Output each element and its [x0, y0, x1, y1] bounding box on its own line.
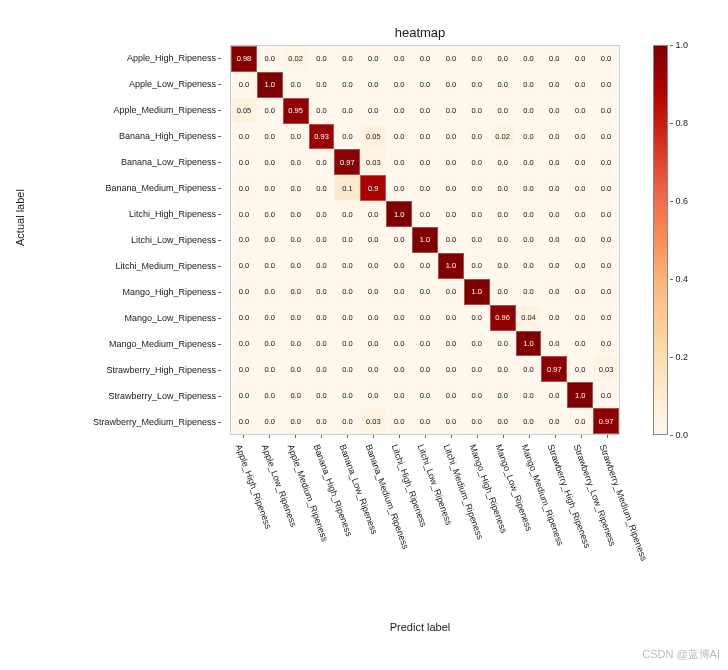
y-tick: Litchi_High_Ripeness [30, 201, 225, 227]
y-tick: Strawberry_High_Ripeness [30, 357, 225, 383]
heatmap-cell: 0.0 [464, 305, 490, 331]
heatmap-cell: 0.0 [593, 305, 619, 331]
heatmap-cell: 0.0 [360, 279, 386, 305]
heatmap-cell: 0.0 [541, 382, 567, 408]
heatmap-cell: 0.02 [283, 46, 309, 72]
heatmap-cell: 0.0 [231, 408, 257, 434]
heatmap-cell: 0.0 [334, 279, 360, 305]
heatmap-cell: 0.0 [360, 305, 386, 331]
heatmap-cell: 0.0 [567, 201, 593, 227]
heatmap-cell: 0.9 [360, 175, 386, 201]
heatmap-cell: 0.97 [334, 149, 360, 175]
heatmap-cell: 0.0 [412, 98, 438, 124]
heatmap-cell: 0.0 [516, 72, 542, 98]
heatmap-cell: 0.0 [516, 46, 542, 72]
heatmap-cell: 0.0 [334, 46, 360, 72]
y-tick: Mango_Medium_Ripeness [30, 331, 225, 357]
heatmap-cell: 0.0 [464, 72, 490, 98]
heatmap-cell: 0.0 [490, 331, 516, 357]
heatmap-cell: 0.0 [593, 253, 619, 279]
y-axis-label: Actual label [14, 189, 26, 246]
heatmap-cell: 0.0 [541, 305, 567, 331]
heatmap-cell: 0.0 [438, 408, 464, 434]
colorbar-tick: 0.8 [675, 118, 688, 128]
heatmap-cell: 0.0 [438, 124, 464, 150]
y-tick: Banana_Low_Ripeness [30, 149, 225, 175]
heatmap-cell: 0.0 [309, 149, 335, 175]
heatmap-cell: 0.0 [516, 356, 542, 382]
heatmap-cell: 0.0 [283, 382, 309, 408]
heatmap-cell: 0.0 [516, 175, 542, 201]
heatmap-cell: 0.0 [490, 382, 516, 408]
heatmap-cell: 0.0 [438, 227, 464, 253]
heatmap-cell: 0.0 [541, 227, 567, 253]
heatmap-grid: 0.980.00.020.00.00.00.00.00.00.00.00.00.… [230, 45, 620, 435]
heatmap-cell: 0.0 [360, 356, 386, 382]
heatmap-cell: 0.97 [593, 408, 619, 434]
heatmap-cell: 0.0 [541, 149, 567, 175]
heatmap-cell: 0.0 [593, 279, 619, 305]
heatmap-cell: 0.0 [309, 227, 335, 253]
heatmap-cell: 0.98 [231, 46, 257, 72]
heatmap-cell: 0.0 [309, 408, 335, 434]
heatmap-cell: 0.0 [283, 356, 309, 382]
heatmap-cell: 0.0 [386, 124, 412, 150]
heatmap-cell: 0.0 [567, 408, 593, 434]
heatmap-cell: 0.0 [386, 356, 412, 382]
heatmap-cell: 0.0 [490, 356, 516, 382]
heatmap-cell: 0.0 [231, 382, 257, 408]
x-tick: Banana_High_Ripeness [308, 435, 334, 610]
y-tick: Mango_High_Ripeness [30, 279, 225, 305]
colorbar-tick: 0.4 [675, 274, 688, 284]
heatmap-cell: 0.0 [386, 98, 412, 124]
x-tick: Mango_Low_Ripeness [490, 435, 516, 610]
heatmap-cell: 0.0 [541, 98, 567, 124]
y-tick: Banana_High_Ripeness [30, 123, 225, 149]
heatmap-cell: 0.0 [593, 175, 619, 201]
heatmap-cell: 0.0 [309, 279, 335, 305]
heatmap-cell: 0.0 [309, 72, 335, 98]
heatmap-cell: 0.0 [541, 279, 567, 305]
x-tick-labels: Apple_High_RipenessApple_Low_RipenessApp… [230, 435, 620, 610]
heatmap-cell: 0.0 [516, 149, 542, 175]
x-tick: Banana_Medium_Ripeness [360, 435, 386, 610]
heatmap-cell: 0.0 [309, 382, 335, 408]
heatmap-cell: 0.0 [464, 408, 490, 434]
heatmap-cell: 0.0 [334, 98, 360, 124]
heatmap-cell: 0.0 [464, 382, 490, 408]
heatmap-cell: 0.0 [541, 408, 567, 434]
heatmap-cell: 0.0 [464, 201, 490, 227]
heatmap-cell: 0.0 [386, 175, 412, 201]
heatmap-cell: 0.0 [490, 149, 516, 175]
heatmap-cell: 0.0 [567, 305, 593, 331]
heatmap-cell: 0.0 [412, 279, 438, 305]
heatmap-cell: 1.0 [412, 227, 438, 253]
heatmap-cell: 0.1 [334, 175, 360, 201]
x-tick: Apple_High_Ripeness [230, 435, 256, 610]
y-tick-labels: Apple_High_RipenessApple_Low_RipenessApp… [30, 45, 225, 435]
heatmap-cell: 0.0 [231, 201, 257, 227]
heatmap-cell: 0.0 [257, 227, 283, 253]
heatmap-cell: 0.0 [412, 356, 438, 382]
heatmap-cell: 1.0 [438, 253, 464, 279]
heatmap-cell: 0.0 [334, 72, 360, 98]
heatmap-cell: 0.0 [438, 305, 464, 331]
x-tick: Banana_Low_Ripeness [334, 435, 360, 610]
heatmap-cell: 0.93 [309, 124, 335, 150]
heatmap-cell: 0.0 [412, 331, 438, 357]
heatmap-chart: heatmap Actual label Predict label Apple… [30, 15, 690, 635]
heatmap-cell: 0.0 [567, 356, 593, 382]
heatmap-cell: 0.0 [438, 175, 464, 201]
x-tick: Mango_Medium_Ripeness [516, 435, 542, 610]
heatmap-cell: 0.0 [231, 124, 257, 150]
heatmap-cell: 0.0 [593, 227, 619, 253]
heatmap-cell: 0.02 [490, 124, 516, 150]
heatmap-cell: 0.0 [516, 279, 542, 305]
heatmap-cell: 0.0 [386, 253, 412, 279]
heatmap-cell: 0.0 [360, 72, 386, 98]
colorbar-tick: 0.2 [675, 352, 688, 362]
heatmap-cell: 0.0 [567, 253, 593, 279]
heatmap-cell: 0.0 [438, 98, 464, 124]
heatmap-cell: 0.0 [309, 305, 335, 331]
heatmap-cell: 0.0 [490, 253, 516, 279]
